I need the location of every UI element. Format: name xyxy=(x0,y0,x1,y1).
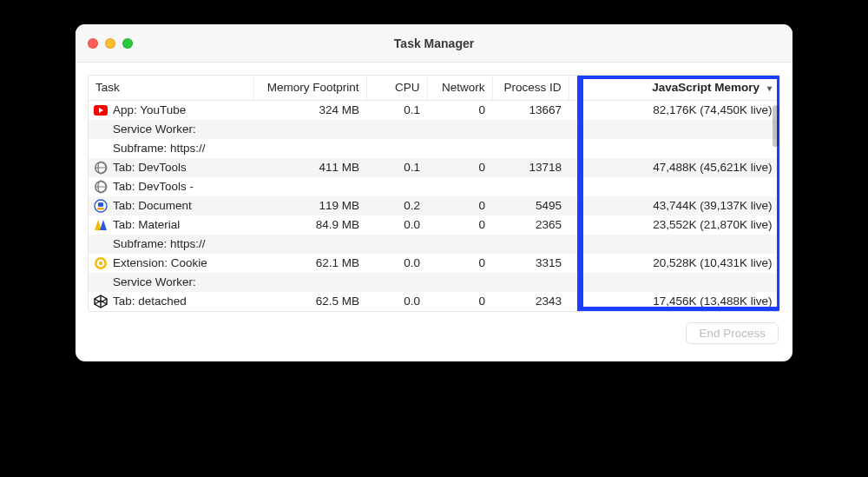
cell-pid: 13718 xyxy=(492,158,569,177)
cell-task: Service Worker: xyxy=(89,273,253,292)
indent-spacer xyxy=(94,237,108,251)
cell-memory xyxy=(253,139,366,158)
col-task[interactable]: Task xyxy=(89,76,253,101)
vertical-scrollbar[interactable] xyxy=(773,105,779,147)
table-row[interactable]: Subframe: https:// xyxy=(89,139,779,158)
cell-network: 0 xyxy=(427,196,492,215)
task-label: Subframe: https:// xyxy=(113,142,206,155)
cell-task: Tab: detached xyxy=(89,292,253,311)
task-label: Tab: Document xyxy=(113,199,192,212)
cell-task: Tab: DevTools xyxy=(89,158,253,177)
cell-js-memory xyxy=(569,235,779,254)
youtube-icon xyxy=(94,103,108,117)
cell-js-memory xyxy=(569,139,779,158)
cell-task: Tab: Material xyxy=(89,215,253,235)
cell-js-memory: 20,528K (10,431K live) xyxy=(569,254,779,273)
cell-js-memory xyxy=(569,273,779,292)
codepen-icon xyxy=(94,295,108,308)
indent-spacer xyxy=(94,275,108,289)
table-row[interactable]: Service Worker: xyxy=(89,120,779,139)
svg-point-12 xyxy=(99,261,102,264)
col-cpu[interactable]: CPU xyxy=(366,76,427,101)
cell-pid: 3315 xyxy=(492,254,569,273)
cell-js-memory: 17,456K (13,488K live) xyxy=(569,292,779,311)
end-process-button[interactable]: End Process xyxy=(686,322,779,344)
cell-pid: 13667 xyxy=(492,101,569,120)
cell-network: 0 xyxy=(427,101,492,120)
maximize-button[interactable] xyxy=(122,38,133,49)
cell-memory: 62.5 MB xyxy=(253,292,366,311)
cell-cpu: 0.1 xyxy=(366,101,427,120)
cell-memory: 84.9 MB xyxy=(253,215,366,235)
process-table-wrap: Task Memory Footprint CPU Network Proces… xyxy=(88,75,780,312)
globe-icon xyxy=(94,180,108,194)
cell-pid xyxy=(492,177,569,196)
indent-spacer xyxy=(94,142,108,156)
cell-js-memory: 82,176K (74,450K live) xyxy=(569,101,779,120)
window-title: Task Manager xyxy=(76,36,792,50)
cell-task: Tab: Document xyxy=(89,196,253,215)
titlebar[interactable]: Task Manager xyxy=(76,24,792,63)
cell-js-memory: 23,552K (21,870K live) xyxy=(569,215,779,235)
close-button[interactable] xyxy=(88,38,98,49)
devtools-icon xyxy=(94,199,108,213)
cell-memory: 411 MB xyxy=(253,158,366,177)
cell-memory: 62.1 MB xyxy=(253,254,366,273)
table-row[interactable]: Service Worker: xyxy=(89,273,779,292)
cell-network: 0 xyxy=(427,292,492,311)
cell-cpu xyxy=(366,139,427,158)
table-row[interactable]: Tab: detached62.5 MB0.00234317,456K (13,… xyxy=(89,292,779,311)
cell-js-memory xyxy=(569,120,779,139)
minimize-button[interactable] xyxy=(105,38,115,49)
cell-network xyxy=(427,235,492,254)
task-label: Extension: Cookie xyxy=(113,256,207,269)
task-label: Service Worker: xyxy=(113,123,196,136)
cell-task: Tab: DevTools - xyxy=(89,177,253,196)
table-row[interactable]: Tab: Material84.9 MB0.00236523,552K (21,… xyxy=(89,215,779,235)
table-row[interactable]: Tab: Document119 MB0.20549543,744K (39,1… xyxy=(89,196,779,215)
cell-cpu xyxy=(366,177,427,196)
cell-memory: 324 MB xyxy=(253,101,366,120)
cell-cpu: 0.0 xyxy=(366,292,427,311)
cell-cpu: 0.2 xyxy=(366,196,427,215)
task-label: Tab: DevTools xyxy=(113,161,187,174)
cell-js-memory xyxy=(569,177,779,196)
task-label: Tab: detached xyxy=(113,295,187,308)
table-row[interactable]: Extension: Cookie62.1 MB0.00331520,528K … xyxy=(89,254,779,273)
globe-icon xyxy=(94,161,108,175)
process-table: Task Memory Footprint CPU Network Proces… xyxy=(89,76,779,311)
cell-task: Extension: Cookie xyxy=(89,254,253,273)
cell-network xyxy=(427,273,492,292)
traffic-lights xyxy=(88,38,133,49)
cell-cpu: 0.0 xyxy=(366,215,427,235)
indent-spacer xyxy=(94,123,108,136)
cell-pid: 2343 xyxy=(492,292,569,311)
col-js-memory[interactable]: JavaScript Memory ▾ xyxy=(569,76,779,101)
col-pid[interactable]: Process ID xyxy=(492,76,569,101)
cell-cpu: 0.1 xyxy=(366,158,427,177)
sort-descending-icon: ▾ xyxy=(767,83,772,93)
table-row[interactable]: Subframe: https:// xyxy=(89,235,779,254)
task-label: App: YouTube xyxy=(113,103,186,116)
cell-cpu xyxy=(366,120,427,139)
footer: End Process xyxy=(88,312,780,349)
task-manager-window: Task Manager Task Memory Footprint CPU N… xyxy=(76,24,792,361)
col-memory[interactable]: Memory Footprint xyxy=(253,76,366,101)
task-label: Subframe: https:// xyxy=(113,237,206,250)
table-row[interactable]: Tab: DevTools - xyxy=(89,177,779,196)
cell-network xyxy=(427,139,492,158)
col-network[interactable]: Network xyxy=(427,76,492,101)
cell-memory xyxy=(253,273,366,292)
table-row[interactable]: Tab: DevTools411 MB0.101371847,488K (45,… xyxy=(89,158,779,177)
task-label: Tab: DevTools - xyxy=(113,180,194,193)
cell-pid: 5495 xyxy=(492,196,569,215)
svg-rect-8 xyxy=(98,202,103,207)
col-js-memory-label: JavaScript Memory xyxy=(652,81,760,94)
cell-cpu xyxy=(366,273,427,292)
table-header-row: Task Memory Footprint CPU Network Proces… xyxy=(89,76,779,101)
table-row[interactable]: App: YouTube324 MB0.101366782,176K (74,4… xyxy=(89,101,779,120)
cell-network: 0 xyxy=(427,254,492,273)
cell-pid xyxy=(492,273,569,292)
cell-js-memory: 47,488K (45,621K live) xyxy=(569,158,779,177)
cell-network: 0 xyxy=(427,215,492,235)
